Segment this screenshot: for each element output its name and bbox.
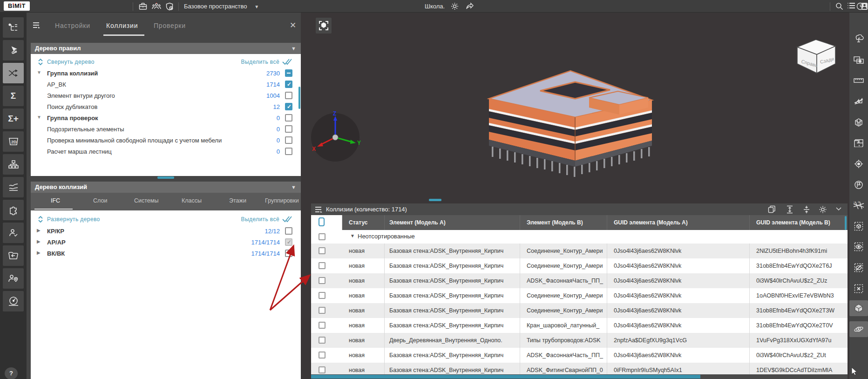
- group-row[interactable]: ▼ Неотсортированные: [311, 230, 848, 244]
- tree-item[interactable]: Поиск дубликатов 12: [31, 102, 301, 113]
- tab-settings[interactable]: Настройки: [55, 22, 90, 29]
- plugins-icon[interactable]: [3, 200, 24, 220]
- tree-item[interactable]: ▼ Группа коллизий 2730: [31, 68, 301, 79]
- vegetation-icon[interactable]: [851, 31, 867, 47]
- ruler-icon[interactable]: [851, 73, 867, 88]
- caret-right-icon[interactable]: ▶: [37, 250, 41, 255]
- briefcase-icon[interactable]: [139, 2, 148, 11]
- dashboard-gauge-icon[interactable]: [3, 291, 24, 311]
- grid-axes-icon[interactable]: 12: [851, 197, 867, 213]
- table-row[interactable]: новая Дверь_Деревянная_Внутренняя_Однопо…: [311, 333, 848, 348]
- show-selected-icon[interactable]: [851, 239, 867, 255]
- table-row[interactable]: новая Базовая стена:ADSK_Внутренняя_Кирп…: [311, 244, 848, 258]
- collapse-panel-chevron-icon[interactable]: [835, 205, 844, 214]
- subtab-floors[interactable]: Этажи: [229, 197, 246, 204]
- column-header-guid-a[interactable]: GUID элемента (Модель А): [607, 215, 750, 230]
- focus-model-button[interactable]: [316, 18, 332, 34]
- hide-selected-icon[interactable]: [851, 260, 867, 276]
- table-row[interactable]: новая Базовая стена:ADSK_Внутренняя_Кирп…: [311, 273, 848, 288]
- account-icon[interactable]: [861, 3, 868, 10]
- checkbox-unchecked[interactable]: [285, 125, 292, 133]
- sum-plus-icon[interactable]: Σ+: [3, 108, 24, 129]
- axis-gizmo[interactable]: Z X Y: [309, 111, 361, 163]
- solid-view-icon[interactable]: [849, 300, 868, 316]
- checkbox-unchecked[interactable]: [319, 337, 326, 344]
- menu-list-icon[interactable]: [848, 2, 857, 11]
- expand-tree-icon[interactable]: [38, 216, 43, 223]
- table-settings-gear-icon[interactable]: [819, 205, 827, 214]
- column-header-element-a[interactable]: Элемент (Модель А): [385, 215, 520, 230]
- clear-selection-icon[interactable]: [851, 281, 867, 297]
- floor-plan-icon[interactable]: [851, 135, 867, 151]
- locate-target-icon[interactable]: [851, 156, 867, 172]
- checkbox-indeterminate[interactable]: [285, 69, 292, 77]
- subtab-ifc[interactable]: IFC: [51, 197, 60, 204]
- caret-down-icon[interactable]: ▼: [37, 115, 41, 120]
- caret-right-icon[interactable]: ▶: [37, 239, 41, 244]
- checkbox-checked[interactable]: [285, 103, 292, 110]
- checkbox-unchecked[interactable]: [319, 366, 326, 373]
- select-all-link[interactable]: Выделить всё: [241, 59, 279, 65]
- caret-right-icon[interactable]: ▶: [37, 228, 41, 233]
- user-check-icon[interactable]: [3, 223, 24, 243]
- search-icon[interactable]: [835, 2, 845, 11]
- double-check-icon[interactable]: [282, 58, 293, 66]
- view-cube[interactable]: Справа Сзади: [792, 34, 842, 76]
- sum-icon[interactable]: Σ: [3, 86, 24, 106]
- select-box-icon[interactable]: [851, 218, 867, 234]
- column-header-status[interactable]: Статус: [342, 215, 385, 230]
- help-button[interactable]: ?: [5, 367, 18, 379]
- copy-rows-icon[interactable]: [768, 205, 776, 214]
- subtab-groupings[interactable]: Группировки: [265, 197, 299, 204]
- caret-down-icon[interactable]: ▼: [37, 70, 41, 75]
- expand-rows-icon[interactable]: [786, 205, 794, 214]
- expand-tree-link[interactable]: Развернуть дерево: [47, 216, 100, 223]
- table-row[interactable]: новая Базовая стена:ADSK_Внутренняя_Кирп…: [311, 318, 848, 333]
- collapse-tree-link[interactable]: Свернуть дерево: [47, 59, 95, 65]
- workspace-selector[interactable]: Базовое пространство ▼: [184, 3, 259, 10]
- select-all-checkbox[interactable]: [319, 217, 325, 226]
- table-row[interactable]: новая Базовая стена:ADSK_Внутренняя_Кирп…: [311, 288, 848, 303]
- settings-gear-icon[interactable]: [451, 2, 460, 11]
- tab-checks[interactable]: Проверки: [154, 22, 186, 29]
- team-icon[interactable]: [152, 2, 161, 11]
- checkbox-unchecked[interactable]: [319, 352, 326, 359]
- section-box-icon[interactable]: [851, 115, 867, 130]
- tab-collisions[interactable]: Коллизии: [106, 22, 138, 29]
- tree-item[interactable]: Проверка минимальной свободной площади с…: [31, 135, 301, 146]
- column-header-guid-b[interactable]: GUID элемента (Модель B): [750, 215, 848, 230]
- tree-item[interactable]: ▼ Группа проверок 0: [31, 113, 301, 124]
- vertical-scrollbar-thumb[interactable]: [298, 87, 300, 109]
- double-check-icon[interactable]: [282, 216, 293, 223]
- flag-point-icon[interactable]: [851, 177, 867, 193]
- export-folder-icon[interactable]: [3, 245, 24, 266]
- select-path-icon[interactable]: [3, 40, 24, 61]
- table-splitter-handle[interactable]: [429, 199, 441, 201]
- app-logo[interactable]: BıMıT: [4, 1, 30, 11]
- collapse-rows-icon[interactable]: [803, 205, 811, 214]
- checkbox-checked[interactable]: [285, 81, 292, 88]
- model-tree-icon[interactable]: [3, 17, 24, 38]
- column-header-element-b[interactable]: Элемент (Модель B): [520, 215, 607, 230]
- horizontal-scrollbar-thumb[interactable]: [311, 375, 700, 379]
- structure-icon[interactable]: [3, 154, 24, 175]
- tree-item[interactable]: Подозрительные элементы 0: [31, 124, 301, 135]
- checkbox-unchecked[interactable]: [285, 136, 292, 144]
- checkbox-unchecked[interactable]: [319, 322, 326, 329]
- building-model-3d[interactable]: [484, 65, 657, 182]
- close-icon[interactable]: ✕: [290, 20, 296, 30]
- tree-item[interactable]: Расчет марша лестниц 0: [31, 146, 301, 157]
- checkbox-unchecked[interactable]: [285, 148, 292, 155]
- charts-icon[interactable]: [3, 177, 24, 197]
- select-all-link[interactable]: Выделить всё: [241, 216, 279, 223]
- horizontal-scrollbar[interactable]: [311, 374, 848, 379]
- rules-tree-header[interactable]: Дерево правил ▼: [31, 43, 301, 54]
- panel-menu-icon[interactable]: [33, 22, 41, 29]
- table-menu-icon[interactable]: [315, 206, 324, 213]
- orbit-icon[interactable]: [849, 321, 868, 337]
- subtab-layers[interactable]: Слои: [93, 197, 107, 204]
- share-icon[interactable]: [466, 2, 475, 11]
- table-row[interactable]: новая Базовая стена:ADSK_Внутренняя_Кирп…: [311, 258, 848, 273]
- flip-section-icon[interactable]: [851, 94, 867, 109]
- tree-item[interactable]: АР_ВК 1714: [31, 79, 301, 90]
